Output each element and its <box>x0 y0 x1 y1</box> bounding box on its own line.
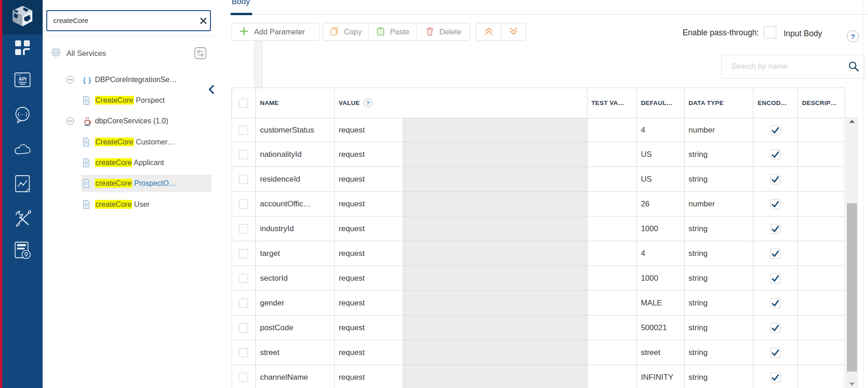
value-input[interactable]: request <box>335 316 403 340</box>
encode-checkbox[interactable] <box>770 199 780 209</box>
data-type-cell[interactable]: string <box>685 167 754 191</box>
data-type-cell[interactable]: string <box>685 216 754 241</box>
default-cell[interactable]: 1000 <box>637 266 685 290</box>
tree-item[interactable]: CreateCore Customer… <box>43 133 211 151</box>
description-cell[interactable] <box>798 241 845 266</box>
tree-item[interactable]: CreateCore Porspect <box>43 92 211 109</box>
description-cell[interactable] <box>798 167 845 191</box>
default-cell[interactable]: 500021 <box>637 316 685 340</box>
value-input[interactable]: request <box>335 192 403 216</box>
value-input[interactable]: request <box>335 365 403 388</box>
test-value-cell[interactable] <box>587 291 637 315</box>
clear-search-icon[interactable] <box>196 17 210 24</box>
data-type-cell[interactable]: string <box>685 365 754 388</box>
description-cell[interactable] <box>798 118 845 142</box>
chat-code-icon[interactable]: {···} <box>13 105 32 124</box>
default-cell[interactable]: US <box>637 142 685 166</box>
description-cell[interactable] <box>798 142 845 166</box>
name-cell[interactable]: target <box>256 241 335 266</box>
collapse-node-icon[interactable] <box>66 75 75 84</box>
name-cell[interactable]: industryId <box>256 216 335 241</box>
all-services-row[interactable]: All Services <box>43 43 221 63</box>
test-value-cell[interactable] <box>587 266 637 290</box>
encode-checkbox[interactable] <box>770 298 780 308</box>
test-value-cell[interactable] <box>587 167 637 191</box>
default-cell[interactable]: 1000 <box>637 216 685 241</box>
row-checkbox[interactable] <box>239 224 248 233</box>
help-icon[interactable]: ? <box>847 30 859 42</box>
description-cell[interactable] <box>798 340 845 365</box>
row-checkbox[interactable] <box>239 249 248 258</box>
value-input[interactable]: request <box>335 291 403 315</box>
name-cell[interactable]: gender <box>256 291 335 315</box>
encode-checkbox[interactable] <box>770 150 780 160</box>
test-value-cell[interactable] <box>587 118 637 142</box>
name-cell[interactable]: sectorId <box>256 266 335 290</box>
tree-item[interactable]: dbpCoreServices (1.0) <box>43 112 211 130</box>
database-location-icon[interactable] <box>13 241 32 259</box>
encode-checkbox[interactable] <box>770 323 780 333</box>
tab-body[interactable]: Body <box>232 0 250 6</box>
name-cell[interactable]: street <box>256 340 335 365</box>
value-input[interactable]: request <box>335 266 403 290</box>
data-type-cell[interactable]: string <box>685 241 754 266</box>
description-cell[interactable] <box>798 291 845 315</box>
copy-button[interactable]: Copy <box>323 23 369 40</box>
encode-checkbox[interactable] <box>770 372 780 382</box>
row-checkbox[interactable] <box>239 150 248 159</box>
tree-item[interactable]: createCore Applicant <box>43 154 211 172</box>
description-cell[interactable] <box>798 266 845 290</box>
add-parameter-button[interactable]: Add Parameter <box>232 23 320 41</box>
test-value-cell[interactable] <box>587 216 637 241</box>
delete-button[interactable]: Delete <box>417 23 470 40</box>
test-value-cell[interactable] <box>587 241 637 266</box>
default-cell[interactable]: 26 <box>637 192 685 216</box>
default-cell[interactable]: street <box>637 340 685 365</box>
dashboard-grid-icon[interactable] <box>13 38 32 56</box>
tree-item[interactable]: { }DBPCoreIntegrationSe… <box>43 71 211 89</box>
test-value-cell[interactable] <box>587 192 637 216</box>
search-icon[interactable] <box>844 61 864 72</box>
name-cell[interactable]: accountOffic… <box>256 192 335 216</box>
data-type-cell[interactable]: string <box>685 340 754 365</box>
value-input[interactable]: request <box>335 142 403 166</box>
default-cell[interactable]: MALE <box>637 291 685 315</box>
row-checkbox[interactable] <box>239 200 248 209</box>
description-cell[interactable] <box>798 192 845 216</box>
name-cell[interactable]: channelName <box>256 365 335 388</box>
encode-checkbox[interactable] <box>770 273 780 283</box>
name-cell[interactable]: nationalityId <box>256 142 335 166</box>
value-help-icon[interactable]: ? <box>364 99 372 107</box>
data-type-cell[interactable]: string <box>685 316 754 340</box>
test-value-cell[interactable] <box>587 142 637 166</box>
default-cell[interactable]: 4 <box>637 118 685 142</box>
data-type-cell[interactable]: number <box>685 192 754 216</box>
paste-button[interactable]: Paste <box>369 23 417 40</box>
move-up-button[interactable] <box>476 23 502 40</box>
scroll-up-arrow-icon[interactable] <box>849 120 855 123</box>
tree-item[interactable]: createCore ProspectO… <box>43 175 211 192</box>
app-logo[interactable] <box>2 0 43 34</box>
api-doc-icon[interactable]: API <box>13 71 32 89</box>
name-cell[interactable]: customerStatus <box>256 118 335 142</box>
value-input[interactable]: request <box>335 118 403 142</box>
value-input[interactable]: request <box>335 340 403 365</box>
services-search-input[interactable] <box>47 17 196 25</box>
default-cell[interactable]: US <box>637 167 685 191</box>
move-down-button[interactable] <box>502 23 526 40</box>
test-value-cell[interactable] <box>587 340 637 365</box>
row-checkbox[interactable] <box>239 373 248 382</box>
default-cell[interactable]: 4 <box>637 241 685 266</box>
encode-checkbox[interactable] <box>770 224 780 234</box>
pass-through-checkbox[interactable] <box>764 26 776 39</box>
row-checkbox[interactable] <box>239 299 248 308</box>
description-cell[interactable] <box>798 316 845 340</box>
row-checkbox[interactable] <box>239 126 248 135</box>
chart-report-icon[interactable] <box>13 174 32 193</box>
encode-checkbox[interactable] <box>770 125 780 135</box>
value-input[interactable]: request <box>335 216 403 241</box>
row-checkbox[interactable] <box>239 175 248 184</box>
data-type-cell[interactable]: string <box>685 142 754 166</box>
row-checkbox[interactable] <box>239 274 248 283</box>
test-value-cell[interactable] <box>587 365 637 388</box>
